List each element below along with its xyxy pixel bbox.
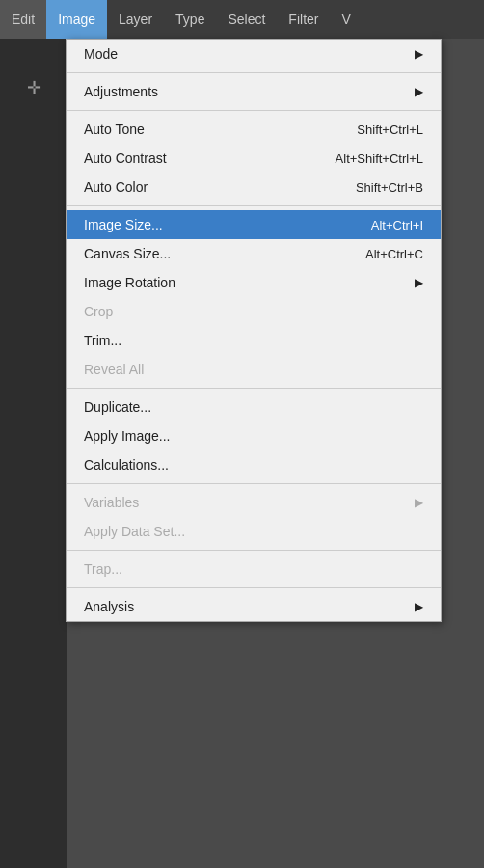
menu-type[interactable]: Type	[164, 0, 216, 39]
separator-4	[67, 388, 441, 389]
menu-item-reveal-all: Reveal All	[67, 355, 441, 384]
menu-item-auto-color-shortcut: Shift+Ctrl+B	[356, 180, 423, 195]
menu-item-reveal-all-label: Reveal All	[84, 362, 144, 377]
separator-2	[67, 110, 441, 111]
menu-image[interactable]: Image	[46, 0, 107, 39]
menu-item-image-size[interactable]: Image Size... Alt+Ctrl+I	[67, 210, 441, 239]
menu-item-crop-label: Crop	[84, 304, 113, 319]
menu-item-apply-image-label: Apply Image...	[84, 428, 171, 444]
menu-item-apply-data-set-label: Apply Data Set...	[84, 524, 185, 539]
separator-1	[67, 72, 441, 73]
menu-select[interactable]: Select	[216, 0, 277, 39]
menu-item-adjustments-label: Adjustments	[84, 84, 158, 99]
menu-item-apply-image[interactable]: Apply Image...	[67, 421, 441, 450]
separator-5	[67, 483, 441, 484]
menu-item-duplicate[interactable]: Duplicate...	[67, 393, 441, 421]
menu-item-auto-color-label: Auto Color	[84, 179, 148, 195]
menu-item-image-size-label: Image Size...	[84, 217, 163, 232]
submenu-arrow-variables: ▶	[415, 496, 423, 509]
menu-item-calculations[interactable]: Calculations...	[67, 450, 441, 479]
menu-item-auto-contrast[interactable]: Auto Contrast Alt+Shift+Ctrl+L	[67, 144, 441, 173]
submenu-arrow-adjustments: ▶	[415, 85, 423, 98]
menu-item-variables: Variables ▶	[67, 488, 441, 517]
menu-item-analysis-label: Analysis	[84, 599, 134, 614]
move-tool-icon[interactable]: ✛	[0, 68, 67, 108]
menu-item-calculations-label: Calculations...	[84, 457, 169, 473]
menu-item-mode-label: Mode	[84, 46, 118, 62]
menu-item-auto-tone-label: Auto Tone	[84, 122, 145, 137]
submenu-arrow-analysis: ▶	[415, 600, 423, 613]
menu-item-auto-color[interactable]: Auto Color Shift+Ctrl+B	[67, 173, 441, 202]
menu-item-trim-label: Trim...	[84, 333, 121, 348]
menu-filter[interactable]: Filter	[277, 0, 330, 39]
menu-item-trim[interactable]: Trim...	[67, 326, 441, 355]
menu-item-auto-contrast-shortcut: Alt+Shift+Ctrl+L	[336, 151, 423, 166]
menu-item-crop: Crop	[67, 297, 441, 326]
menu-item-canvas-size[interactable]: Canvas Size... Alt+Ctrl+C	[67, 239, 441, 268]
image-dropdown-menu: Mode ▶ Adjustments ▶ Auto Tone Shift+Ctr…	[66, 39, 442, 622]
menu-item-apply-data-set: Apply Data Set...	[67, 517, 441, 546]
menu-bar: Edit Image Layer Type Select Filter V	[0, 0, 484, 39]
menu-item-analysis[interactable]: Analysis ▶	[67, 592, 441, 621]
menu-edit[interactable]: Edit	[0, 0, 46, 39]
menu-item-variables-label: Variables	[84, 495, 139, 510]
menu-item-image-rotation-label: Image Rotation	[84, 275, 175, 290]
submenu-arrow-image-rotation: ▶	[415, 276, 423, 289]
menu-item-trap: Trap...	[67, 555, 441, 583]
menu-item-image-size-shortcut: Alt+Ctrl+I	[371, 218, 423, 232]
menu-item-mode[interactable]: Mode ▶	[67, 40, 441, 68]
menu-item-adjustments[interactable]: Adjustments ▶	[67, 77, 441, 106]
separator-7	[67, 587, 441, 588]
separator-3	[67, 205, 441, 206]
menu-item-auto-tone-shortcut: Shift+Ctrl+L	[357, 122, 423, 137]
menu-item-auto-tone[interactable]: Auto Tone Shift+Ctrl+L	[67, 115, 441, 144]
menu-v[interactable]: V	[330, 0, 362, 39]
menu-item-auto-contrast-label: Auto Contrast	[84, 150, 167, 166]
submenu-arrow-mode: ▶	[415, 47, 423, 61]
menu-item-trap-label: Trap...	[84, 561, 122, 577]
menu-item-canvas-size-label: Canvas Size...	[84, 246, 171, 261]
menu-layer[interactable]: Layer	[107, 0, 164, 39]
separator-6	[67, 550, 441, 551]
left-toolbar: ✛	[0, 39, 67, 868]
menu-item-canvas-size-shortcut: Alt+Ctrl+C	[365, 247, 423, 261]
menu-item-image-rotation[interactable]: Image Rotation ▶	[67, 268, 441, 297]
menu-item-duplicate-label: Duplicate...	[84, 399, 151, 415]
